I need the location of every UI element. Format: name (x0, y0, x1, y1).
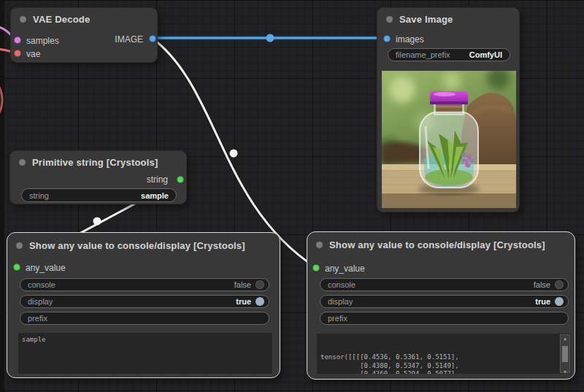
node-graph-canvas[interactable]: VAE Decode samples vae IMAGE Save Image … (0, 0, 584, 392)
widget-label: display (28, 297, 53, 306)
console-output-text[interactable]: sample (18, 333, 272, 374)
console-toggle-widget[interactable]: console false (320, 278, 569, 291)
widget-label: display (328, 297, 353, 306)
console-output-area[interactable]: tensor([[[[0.4536, 0.5361, 0.5151], [0.4… (317, 334, 571, 374)
collapse-dot-icon[interactable] (16, 242, 23, 249)
scroll-down-icon[interactable]: ▼ (561, 369, 569, 374)
filename-prefix-widget[interactable]: filename_prefix ComfyUI (388, 48, 510, 61)
console-toggle-widget[interactable]: console false (20, 278, 269, 291)
widget-value: ComfyUI (469, 50, 502, 59)
display-toggle-widget[interactable]: display true (20, 295, 269, 308)
display-toggle-widget[interactable]: display true (320, 295, 569, 308)
input-slot-label: images (396, 34, 424, 45)
string-value-widget[interactable]: string sample (21, 188, 177, 202)
input-slot-anyvalue-icon[interactable] (312, 264, 320, 272)
widget-label: console (28, 280, 55, 289)
input-slot-label: samples (26, 36, 59, 46)
node-title-text: Show any value to console/display [Cryst… (329, 239, 545, 250)
preview-image-art (382, 71, 516, 208)
toggle-knob-icon[interactable] (555, 280, 564, 289)
collapse-dot-icon[interactable] (20, 16, 26, 23)
link-midpoint-dot-blue[interactable] (266, 34, 274, 42)
input-slot-anyvalue-icon[interactable] (13, 264, 20, 271)
node-title-bar[interactable]: Show any value to console/display [Cryst… (307, 232, 575, 257)
scrollbar-track[interactable] (561, 344, 569, 369)
link-offscreen-red[interactable] (0, 85, 2, 115)
preview-image (382, 71, 516, 208)
node-show-any-value-left[interactable]: Show any value to console/display [Cryst… (7, 232, 280, 378)
collapse-dot-icon[interactable] (19, 159, 26, 166)
node-title-bar[interactable]: Primitive string [Crystools] (10, 151, 186, 173)
prefix-input-widget[interactable]: prefix (20, 312, 269, 325)
link-midpoint-dot-white-2[interactable] (93, 218, 101, 226)
toggle-knob-icon[interactable] (256, 297, 264, 306)
collapse-dot-icon[interactable] (316, 242, 323, 248)
widget-label: console (328, 280, 356, 289)
widget-value: false (234, 280, 251, 289)
node-primitive-string[interactable]: Primitive string [Crystools] string stri… (9, 150, 187, 204)
input-slot-images-icon[interactable] (383, 35, 391, 42)
output-slot-string-icon[interactable] (177, 176, 184, 183)
output-slot-label: IMAGE (115, 34, 143, 45)
node-show-any-value-right[interactable]: Show any value to console/display [Cryst… (307, 231, 575, 380)
widget-value: true (236, 297, 251, 306)
toggle-knob-icon[interactable] (555, 297, 564, 306)
node-save-image[interactable]: Save Image images filename_prefix ComfyU… (377, 7, 520, 212)
input-slot-label: any_value (325, 264, 365, 274)
widget-label: filename_prefix (396, 50, 450, 59)
toggle-knob-icon[interactable] (256, 280, 264, 289)
collapse-dot-icon[interactable] (386, 16, 393, 23)
node-title-bar[interactable]: VAE Decode (11, 8, 157, 30)
scroll-up-icon[interactable]: ▲ (561, 335, 569, 344)
input-slot-label: any_value (26, 263, 66, 273)
node-title-text: Save Image (399, 14, 453, 25)
input-slot-vae-icon[interactable] (14, 50, 21, 57)
output-slot-label: string (147, 174, 168, 185)
output-slot-image-icon[interactable] (149, 35, 156, 42)
node-title-text: Primitive string [Crystools] (32, 157, 158, 168)
input-slot-samples-icon[interactable] (14, 36, 21, 44)
scrollbar-thumb[interactable] (562, 346, 568, 362)
widget-label: prefix (328, 314, 347, 323)
widget-value: true (535, 297, 550, 306)
widget-value: false (534, 280, 550, 289)
node-title-bar[interactable]: Save Image (377, 8, 519, 30)
node-vae-decode[interactable]: VAE Decode samples vae IMAGE (10, 7, 158, 63)
widget-value: sample (141, 191, 169, 200)
node-title-text: VAE Decode (33, 14, 90, 25)
widget-label: prefix (28, 314, 47, 323)
node-title-text: Show any value to console/display [Cryst… (29, 240, 245, 251)
node-title-bar[interactable]: Show any value to console/display [Cryst… (7, 233, 280, 258)
console-output-text[interactable]: tensor([[[[0.4536, 0.5361, 0.5151], [0.4… (317, 350, 571, 374)
link-midpoint-dot-white-1[interactable] (230, 150, 238, 158)
input-slot-label: vae (26, 49, 40, 59)
prefix-input-widget[interactable]: prefix (320, 312, 569, 325)
widget-label: string (29, 191, 49, 200)
output-scrollbar[interactable]: ▲ ▼ (560, 334, 570, 373)
